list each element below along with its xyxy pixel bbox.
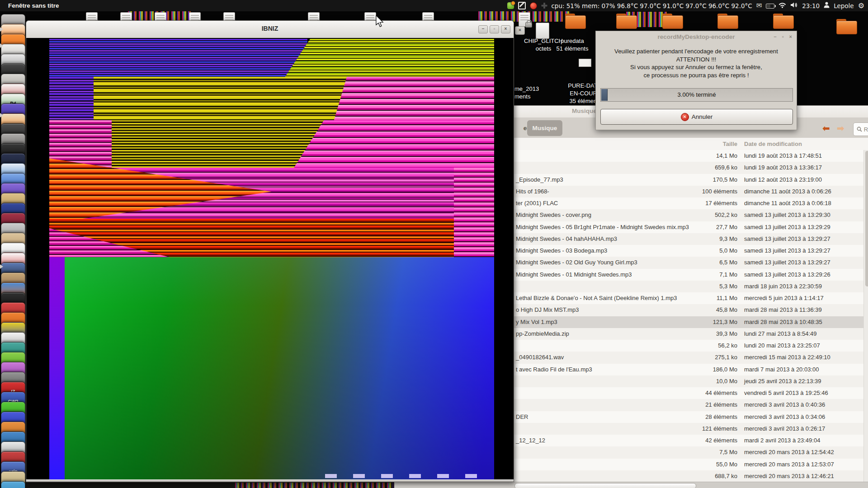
file-date: lundi 27 mai 2013 à 8:54:49 [744,328,816,340]
username[interactable]: Lepole [834,2,854,9]
forward-icon[interactable]: ➡ [837,123,844,134]
vertical-scrollbar-thumb[interactable] [865,151,868,286]
locked-file-icon[interactable] [519,12,530,27]
column-header-date[interactable]: Date de modification [744,138,802,150]
file-date: samedi 13 juillet 2013 à 13:29:27 [744,257,830,268]
desktop-file-icon[interactable] [536,23,549,39]
file-size: 39,3 Mo [663,328,737,340]
file-size: 9,3 Mo [663,233,737,245]
file-date: mardi 18 juin 2013 à 22:30:59 [744,281,822,292]
file-size: 6,5 Mo [663,257,737,268]
file-date: lundi 19 août 2013 à 13:36:17 [744,162,822,174]
messaging-indicator-icon[interactable] [507,2,514,9]
file-size: 28 éléments [663,411,737,423]
file-size: 21 éléments [663,399,737,411]
dialog-message-line: Veuillez patienter pendant l'encodage de… [596,47,797,56]
file-name: ter (2001) FLAC [516,197,558,209]
encoding-progress-bar: 3.00% terminé [600,88,793,102]
file-name: _Episode_77.mp3 [516,174,563,186]
file-size: 121,3 Mo [663,316,737,328]
folder-icon[interactable] [565,14,586,29]
running-app-arrow-icon [0,27,3,32]
file-name: Lethal Bizzle & Donae'o - Not A Saint (D… [516,292,677,304]
horizontal-scrollbar-thumb[interactable] [514,483,696,488]
ibniz-titlebar[interactable]: IBNIZ – ▫ × [26,21,514,38]
back-icon[interactable]: ⬅ [822,123,830,134]
ibniz-window: IBNIZ – ▫ × [26,20,514,482]
file-size: 56,2 ko [663,340,737,352]
file-name: y Mix Vol 1.mp3 [516,316,557,328]
file-size: 7,5 Mo [663,446,737,458]
folder-icon[interactable] [717,14,738,29]
file-name: t avec Radio Fil de l'Eau.mp3 [516,364,592,375]
file-name: Midnight Swedes - 02 Old Guy Young Girl.… [516,257,637,268]
file-name: Midnight Swedes - 04 hahAHAHA.mp3 [516,233,617,245]
file-size: 10,0 Mo [663,375,737,387]
column-header-size[interactable]: Taille [683,138,737,150]
file-size: 659,6 ko [663,162,737,174]
file-date: lundi 12 août 2013 à 23:19:00 [744,174,822,186]
volume-icon[interactable] [790,2,798,9]
session-gear-icon[interactable]: ⚙ [858,2,864,9]
file-size: 55,0 Mo [663,459,737,470]
recordmydesktop-encoder-dialog: recordMyDesktop-encoder – ▫ × Veuillez p… [595,31,797,130]
clock[interactable]: 23:10 [802,2,820,9]
wifi-icon[interactable] [778,2,786,9]
file-name: _0490182641.wav [516,352,564,363]
maximize-button[interactable]: ▫ [490,25,499,33]
file-name: Midnight Swedes - 03 Bodega.mp3 [516,245,607,257]
file-date: mercredi 3 avril 2013 à 0:26:17 [744,423,825,435]
folder-icon[interactable] [662,14,683,29]
dock-icon-robot-app[interactable] [1,481,25,488]
file-size: 186,0 Mo [663,364,737,375]
file-date: mercredi 5 juin 2013 à 1:14:17 [744,292,824,304]
cancel-label: Annuler [692,113,713,120]
desktop-icon-label[interactable]: puredata51 éléments [547,37,598,52]
tab-musique[interactable]: Musique [527,120,562,136]
file-date: mercredi 20 mars 2013 à 12:54:42 [744,446,834,458]
file-size: 275,1 ko [663,352,737,363]
folder-icon[interactable] [836,19,857,34]
ibniz-canvas[interactable] [26,38,514,479]
mouse-cursor [375,15,384,29]
file-name: Midnight Swedes - cover.png [516,209,591,221]
file-size: 100 éléments [663,186,737,197]
dialog-minimize-button[interactable]: – [774,34,777,39]
active-window-title: Fenêtre sans titre [8,2,59,9]
ibniz-title: IBNIZ [26,25,514,32]
file-date: samedi 13 juillet 2013 à 13:29:26 [744,269,830,281]
mail-icon[interactable]: ✉ [756,2,762,9]
desktop-icon-label[interactable]: me_2013ments [514,85,557,100]
search-placeholder: R [864,126,868,133]
file-name: Midnight Swedes - 01 Midnight Swedes.mp3 [516,269,632,281]
compose-note-icon[interactable] [518,2,526,9]
minimize-button[interactable]: – [478,25,488,33]
search-input[interactable]: R [853,122,868,136]
desktop-file-icon[interactable] [579,59,591,67]
close-button[interactable]: × [501,25,510,33]
cancel-button[interactable]: ✕ Annuler [600,109,793,125]
file-date: vendredi 5 avril 2013 à 19:25:46 [744,387,828,399]
file-size: 17 éléments [663,197,737,209]
user-icon [824,2,830,9]
file-date: samedi 13 juillet 2013 à 13:29:30 [744,209,830,221]
file-date: samedi 13 juillet 2013 à 13:29:29 [744,221,830,233]
folder-icon[interactable] [616,14,637,29]
vertical-scrollbar[interactable] [863,150,868,482]
folder-icon[interactable] [773,14,794,29]
battery-icon[interactable] [766,4,774,9]
cpu-mem-temp-status: cpu: 51% mem: 07% 96.8°C 97.0°C 91.0°C 9… [551,2,752,9]
recording-indicator-icon[interactable] [530,2,537,9]
dialog-close-button[interactable]: × [789,34,792,39]
applet-icon[interactable] [541,3,547,9]
file-date: mardi 2 avril 2013 à 23:49:04 [744,435,820,446]
green-blue-gradient-art [49,257,494,479]
file-date: dimanche 11 août 2013 à 0:06:18 [744,197,831,209]
background-window-close-icon[interactable]: × [515,26,525,35]
file-date: lundi 19 août 2013 à 17:48:51 [744,150,822,162]
window-bottom-edge [26,479,514,482]
dialog-message-line: ce processus ne pourra pas être repris ! [596,71,797,80]
dialog-message-line: ATTENTION !!! [596,56,797,64]
file-size: 5,3 Mo [663,281,737,292]
dialog-maximize-button[interactable]: ▫ [782,34,784,39]
